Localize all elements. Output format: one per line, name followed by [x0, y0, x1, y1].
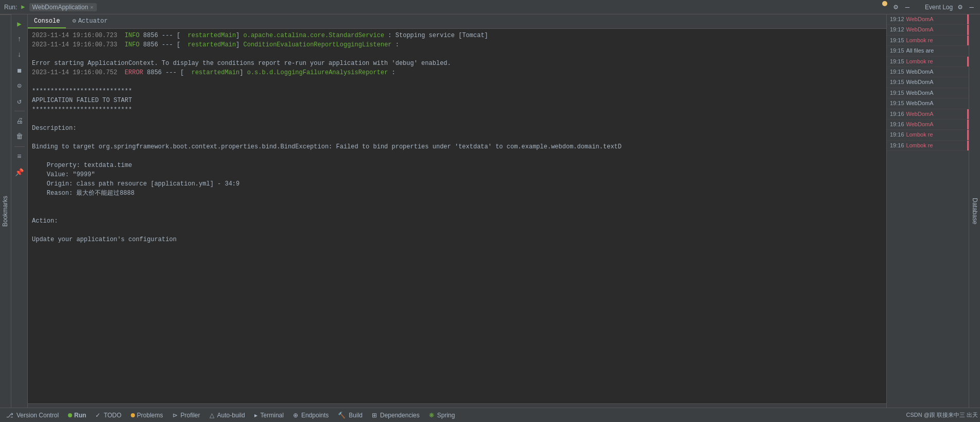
event-log-panel: 19:12WebDomA19:12WebDomA19:15Lombok re19…	[886, 14, 969, 408]
error-bar	[967, 109, 969, 119]
bottom-tab-run[interactable]: Run	[64, 411, 90, 420]
event-log-item[interactable]: 19:12WebDomA	[887, 14, 969, 25]
bottom-tab-endpoints[interactable]: ⊕Endpoints	[289, 411, 333, 420]
terminal-icon: ▸	[254, 412, 257, 419]
close-run-button[interactable]: ×	[90, 4, 93, 10]
event-log-item[interactable]: 19:12WebDomA	[887, 25, 969, 35]
tab-console[interactable]: Console	[28, 14, 66, 28]
bottom-tab-profiler[interactable]: ⊳Profiler	[168, 411, 204, 420]
error-bar	[967, 14, 969, 24]
auto-build-icon: △	[210, 412, 214, 419]
run-play-button[interactable]: ▶	[12, 16, 27, 31]
screenshot-button[interactable]: ⊙	[12, 78, 27, 93]
log-text: Reason: 最大价不能超过8888	[32, 190, 134, 197]
event-text: WebDomA	[906, 121, 934, 128]
event-log-item[interactable]: 19:15Lombok re	[887, 36, 969, 46]
event-log-close-icon[interactable]: —	[968, 2, 976, 12]
log-line: ***************************	[32, 105, 882, 114]
log-line: Reason: 最大价不能超过8888	[32, 189, 882, 198]
log-line: Description:	[32, 124, 882, 133]
log-line: APPLICATION FAILED TO START	[32, 96, 882, 105]
console-output[interactable]: 2023-11-14 19:16:00.723 INFO 8856 --- [ …	[28, 29, 886, 403]
database-tab[interactable]: Database	[969, 14, 980, 408]
log-line	[32, 198, 882, 207]
horizontal-scrollbar[interactable]	[28, 403, 886, 408]
bottom-tab-todo[interactable]: ✓TODO	[91, 411, 125, 420]
event-log-item[interactable]: 19:15Lombok re	[887, 57, 969, 67]
run-dot	[68, 413, 72, 417]
error-bar	[967, 141, 969, 150]
bottom-tab-label: Spring	[437, 412, 455, 419]
bottom-tab-terminal[interactable]: ▸Terminal	[250, 411, 288, 420]
todo-icon: ✓	[95, 412, 100, 419]
log-text: Property: textdata.time	[32, 162, 132, 169]
event-log-settings-icon[interactable]: ⚙	[956, 2, 964, 12]
event-text: WebDomA	[906, 78, 934, 86]
settings-icon[interactable]: ⚙	[891, 2, 900, 12]
event-log-item[interactable]: 19:16WebDomA	[887, 109, 969, 120]
print-button[interactable]: 🖨	[12, 114, 27, 128]
run-config[interactable]: WebDomApplication ×	[29, 3, 97, 11]
minimize-icon[interactable]: —	[903, 2, 912, 12]
bottom-tab-problems[interactable]: Problems	[127, 411, 167, 420]
bottom-tab-label: Problems	[137, 412, 163, 419]
version-control-icon: ⎇	[6, 412, 13, 419]
bottom-tab-version-control[interactable]: ⎇Version Control	[2, 411, 63, 420]
event-log-item[interactable]: 19:16Lombok re	[887, 141, 969, 151]
scroll-up-button[interactable]: ↑	[12, 32, 27, 46]
log-text: Update your application's configuration	[32, 236, 177, 243]
event-log-item[interactable]: 19:15WebDomA	[887, 67, 969, 77]
problems-dot	[131, 413, 135, 417]
event-log-item[interactable]: 19:15WebDomA	[887, 98, 969, 109]
event-time: 19:15	[890, 78, 904, 86]
event-time: 19:15	[890, 58, 904, 65]
event-log-item[interactable]: 19:15WebDomA	[887, 77, 969, 88]
bottom-tab-label: Dependencies	[380, 412, 420, 419]
log-text: Binding to target org.springframework.bo…	[32, 143, 622, 150]
event-log-item[interactable]: 19:15WebDomA	[887, 88, 969, 98]
log-line	[32, 77, 882, 87]
clear-button[interactable]: 🗑	[12, 129, 27, 144]
more-button[interactable]: ≡	[12, 149, 27, 164]
log-level: INFO	[125, 41, 140, 48]
event-time: 19:16	[890, 131, 904, 139]
bottom-tab-label: Endpoints	[301, 412, 329, 419]
event-log-item[interactable]: 19:16WebDomA	[887, 120, 969, 130]
bottom-tab-spring[interactable]: ❋Spring	[425, 411, 459, 420]
log-line: Binding to target org.springframework.bo…	[32, 142, 882, 151]
log-level: INFO	[125, 32, 140, 39]
tab-actuator[interactable]: ⚙ Actuator	[66, 14, 114, 28]
event-time: 19:16	[890, 110, 904, 118]
bottom-tab-build[interactable]: 🔨Build	[334, 411, 367, 420]
log-line: Value: "9999"	[32, 170, 882, 179]
log-text: ***************************	[32, 106, 132, 113]
app-name: WebDomApplication	[32, 4, 89, 11]
log-line	[32, 226, 882, 235]
log-text: ***************************	[32, 88, 132, 95]
stop-button[interactable]: ◼	[12, 63, 27, 77]
error-bar	[967, 130, 969, 140]
error-bar	[967, 25, 969, 35]
log-text: Action:	[32, 217, 58, 225]
bottom-tab-auto-build[interactable]: △Auto-build	[205, 411, 249, 420]
restart-button[interactable]: ↺	[12, 94, 27, 108]
run-bar: Run: ▶ WebDomApplication × ⚙ — Event Log…	[0, 0, 980, 14]
log-level: ERROR	[125, 69, 143, 76]
event-text: All files are	[906, 47, 934, 55]
log-text: Value: "9999"	[32, 171, 95, 178]
sidebar-item-bookmarks[interactable]: Bookmarks	[0, 14, 11, 408]
bottom-tab-dependencies[interactable]: ⊞Dependencies	[368, 411, 424, 420]
pin-button[interactable]: 📌	[12, 165, 27, 179]
actuator-icon: ⚙	[72, 17, 76, 25]
event-text: WebDomA	[906, 26, 934, 33]
event-text: Lombok re	[906, 58, 933, 65]
scroll-down-button[interactable]: ↓	[12, 47, 27, 62]
event-log-item[interactable]: 19:15All files are	[887, 46, 969, 56]
event-log-item[interactable]: 19:16Lombok re	[887, 130, 969, 140]
event-time: 19:15	[890, 37, 904, 44]
event-log-content[interactable]: 19:12WebDomA19:12WebDomA19:15Lombok re19…	[887, 14, 969, 408]
spring-icon: ❋	[429, 412, 434, 419]
database-tab-label: Database	[971, 198, 978, 224]
log-line: 2023-11-14 19:16:00.733 INFO 8856 --- [ …	[32, 40, 882, 49]
event-text: WebDomA	[906, 68, 934, 76]
